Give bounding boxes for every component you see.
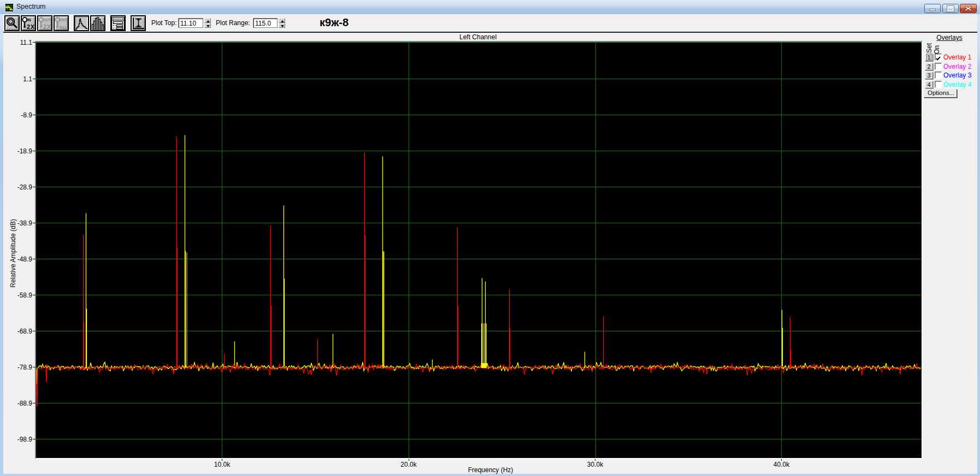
svg-text:2X: 2X: [43, 23, 51, 29]
svg-text:2X: 2X: [27, 23, 35, 29]
svg-text:FULL: FULL: [60, 25, 67, 29]
svg-text:IN: IN: [27, 18, 31, 22]
svg-text:OUT: OUT: [60, 18, 67, 22]
svg-text:OUT: OUT: [44, 18, 51, 22]
